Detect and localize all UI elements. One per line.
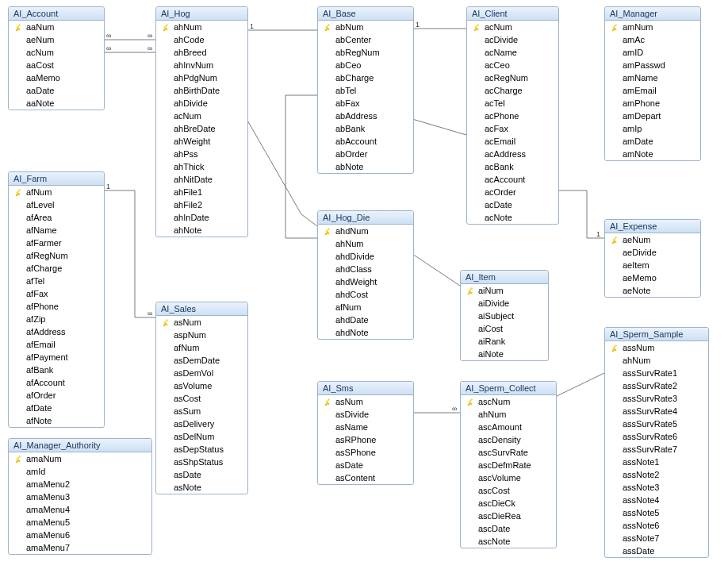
field[interactable]: afRegNum — [9, 249, 104, 262]
field[interactable]: amIp — [605, 122, 700, 135]
field[interactable]: acDivide — [467, 33, 558, 46]
table-sales[interactable]: AI_SalesasNumaspNumafNumasDemDateasDemVo… — [155, 302, 248, 494]
field[interactable]: acRegNum — [467, 71, 558, 84]
table-manager[interactable]: AI_ManageramNumamAcamIDamPasswdamNameamE… — [604, 6, 701, 161]
field[interactable]: aeMemo — [605, 271, 700, 284]
field[interactable]: afZip — [9, 313, 104, 325]
field[interactable]: abBank — [318, 122, 413, 135]
table-title[interactable]: AI_Expense — [605, 220, 700, 233]
field[interactable]: amNum — [605, 21, 700, 33]
field[interactable]: amaMenu3 — [9, 490, 151, 503]
field[interactable]: aiCost — [461, 322, 548, 335]
field[interactable]: amaMenu5 — [9, 516, 151, 529]
field[interactable]: abAccount — [318, 135, 413, 148]
field[interactable]: ahdCost — [318, 288, 413, 301]
field[interactable]: amEmail — [605, 84, 700, 97]
field[interactable]: asNum — [156, 316, 247, 329]
table-account[interactable]: AI_AccountaaNumaeNumacNumaaCostaaMemoaaD… — [8, 6, 105, 110]
field[interactable]: asName — [318, 421, 413, 433]
field[interactable]: ahInDate — [156, 211, 247, 224]
field[interactable]: afCharge — [9, 262, 104, 275]
field[interactable]: assNote7 — [605, 532, 708, 544]
field[interactable]: aiRank — [461, 335, 548, 348]
table-title[interactable]: AI_Account — [9, 7, 104, 21]
field[interactable]: assDate — [605, 544, 708, 557]
field[interactable]: aeItem — [605, 259, 700, 271]
field[interactable]: afNum — [156, 341, 247, 354]
field[interactable]: aeNote — [605, 284, 700, 297]
field[interactable]: aiNote — [461, 348, 548, 360]
field[interactable]: ascAmount — [461, 421, 556, 433]
field[interactable]: aspNum — [156, 329, 247, 341]
table-title[interactable]: AI_Manager_Authority — [9, 439, 151, 452]
table-title[interactable]: AI_Sales — [156, 302, 247, 316]
field[interactable]: aaNum — [9, 21, 104, 33]
field[interactable]: asDate — [156, 468, 247, 481]
field[interactable]: ahdDate — [318, 314, 413, 326]
field[interactable]: ahWeight — [156, 135, 247, 148]
field[interactable]: amDate — [605, 135, 700, 148]
field[interactable]: ahdDivide — [318, 250, 413, 263]
field[interactable]: ahFile1 — [156, 186, 247, 198]
table-client[interactable]: AI_ClientacNumacDivideacNameacCeoacRegNu… — [466, 6, 559, 225]
field[interactable]: ahBirthDate — [156, 84, 247, 97]
field[interactable]: acOrder — [467, 186, 558, 198]
field[interactable]: assSurvRate5 — [605, 417, 708, 430]
field[interactable]: afFarmer — [9, 237, 104, 249]
field[interactable]: afAddress — [9, 325, 104, 338]
table-item[interactable]: AI_ItemaiNumaiDivideaiSubjectaiCostaiRan… — [460, 270, 549, 361]
field[interactable]: ahFile2 — [156, 198, 247, 211]
table-title[interactable]: AI_Base — [318, 7, 413, 21]
table-title[interactable]: AI_Sperm_Collect — [461, 382, 556, 395]
field[interactable]: assSurvRate3 — [605, 392, 708, 405]
field[interactable]: asContent — [318, 471, 413, 484]
field[interactable]: abNum — [318, 21, 413, 33]
field[interactable]: acDate — [467, 198, 558, 211]
field[interactable]: acNote — [467, 211, 558, 224]
field[interactable]: acAddress — [467, 148, 558, 160]
field[interactable]: amAc — [605, 33, 700, 46]
field[interactable]: afOrder — [9, 389, 104, 402]
field[interactable]: acTel — [467, 97, 558, 110]
field[interactable]: ahBreed — [156, 46, 247, 59]
field[interactable]: aiDivide — [461, 297, 548, 310]
field[interactable]: ahdNote — [318, 326, 413, 339]
field[interactable]: ascDefmRate — [461, 459, 556, 471]
field[interactable]: abCeo — [318, 59, 413, 71]
field[interactable]: ahNum — [461, 408, 556, 421]
field[interactable]: asDivide — [318, 408, 413, 421]
field[interactable]: ascCost — [461, 484, 556, 497]
field[interactable]: acNum — [467, 21, 558, 33]
field[interactable]: afNum — [9, 186, 104, 198]
table-title[interactable]: AI_Sperm_Sample — [605, 328, 708, 341]
field[interactable]: aeNum — [9, 33, 104, 46]
field[interactable]: afName — [9, 224, 104, 237]
field[interactable]: ascDensity — [461, 433, 556, 446]
field[interactable]: acCharge — [467, 84, 558, 97]
field[interactable]: afEmail — [9, 338, 104, 351]
field[interactable]: aaCost — [9, 59, 104, 71]
field[interactable]: asRPhone — [318, 433, 413, 446]
table-title[interactable]: AI_Client — [467, 7, 558, 21]
field[interactable]: assNote1 — [605, 456, 708, 468]
field[interactable]: ascNum — [461, 395, 556, 408]
field[interactable]: afNote — [9, 414, 104, 427]
field[interactable]: abOrder — [318, 148, 413, 160]
field[interactable]: asDelNum — [156, 430, 247, 443]
field[interactable]: abNote — [318, 160, 413, 173]
field[interactable]: asSum — [156, 405, 247, 417]
field[interactable]: ascNote — [461, 535, 556, 548]
field[interactable]: amaMenu4 — [9, 503, 151, 516]
table-title[interactable]: AI_Item — [461, 271, 548, 284]
table-title[interactable]: AI_Hog_Die — [318, 211, 413, 225]
field[interactable]: afTel — [9, 275, 104, 287]
field[interactable]: asDemDate — [156, 354, 247, 367]
field[interactable]: ahInvNum — [156, 59, 247, 71]
field[interactable]: abRegNum — [318, 46, 413, 59]
field[interactable]: amaMenu2 — [9, 478, 151, 490]
field[interactable]: assSurvRate4 — [605, 405, 708, 417]
field[interactable]: asDate — [318, 459, 413, 471]
field[interactable]: assNote3 — [605, 481, 708, 494]
field[interactable]: acCeo — [467, 59, 558, 71]
field[interactable]: acName — [467, 46, 558, 59]
